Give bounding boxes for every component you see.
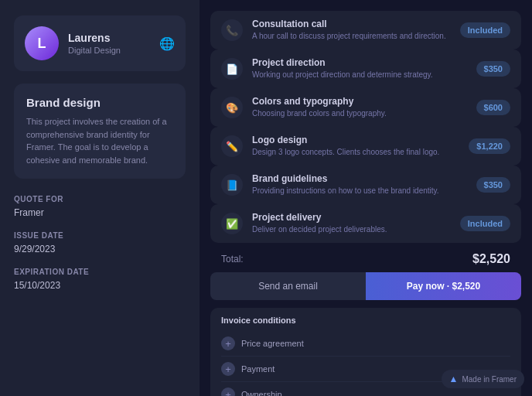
line-item-project-direction: 📄 Project direction Working out project … (210, 50, 521, 88)
line-item-colors-typography: 🎨 Colors and typography Choosing brand c… (210, 88, 521, 127)
line-item-title: Logo design (252, 135, 459, 145)
line-item-badge: $350 (476, 61, 510, 77)
condition-item[interactable]: + Price agreement (221, 331, 510, 356)
total-amount: $2,520 (472, 252, 510, 266)
line-item-icon: ✅ (221, 213, 243, 234)
condition-label: Price agreement (241, 339, 304, 348)
quote-for-label: Quote for (14, 195, 63, 203)
line-item-logo-design: ✏️ Logo design Design 3 logo concepts. C… (210, 127, 521, 166)
globe-icon[interactable]: 🌐 (159, 36, 175, 51)
send-email-button[interactable]: Send an email (210, 272, 366, 300)
framer-logo-icon: ▲ (449, 374, 459, 384)
profile-name: Laurens (68, 32, 150, 44)
expiration-date-label: Expiration date (14, 268, 89, 276)
line-item-icon: 📘 (221, 174, 243, 196)
right-panel: 📞 Consultation call A hour call to discu… (200, 0, 532, 396)
line-item-badge: $1,220 (469, 138, 510, 154)
condition-label: Payment (241, 364, 275, 374)
line-item-title: Project delivery (252, 212, 451, 223)
line-item-desc: Providing instructions on how to use the… (252, 186, 467, 196)
line-item-project-delivery: ✅ Project delivery Deliver on decided pr… (210, 204, 521, 243)
line-item-badge: $600 (476, 100, 510, 115)
line-item-brand-guidelines: 📘 Brand guidelines Providing instruction… (210, 166, 521, 204)
conditions-title: Invoice conditions (221, 316, 510, 325)
line-item-badge: Included (460, 22, 510, 38)
total-label: Total: (221, 254, 244, 265)
framer-badge: ▲ Made in Framer (442, 370, 524, 388)
condition-expand-icon: + (221, 336, 235, 350)
line-item-title: Brand guidelines (252, 173, 467, 184)
total-row: Total: $2,520 (210, 248, 521, 268)
line-item-icon: 🎨 (221, 97, 243, 118)
profile-info: Laurens Digital Design (68, 32, 150, 55)
line-item-title: Consultation call (252, 19, 451, 29)
line-item-title: Project direction (252, 57, 467, 68)
condition-expand-icon: + (221, 387, 235, 396)
line-item-desc: Design 3 logo concepts. Clients chooses … (252, 147, 459, 158)
condition-expand-icon: + (221, 362, 235, 376)
expiration-date-value: 15/10/2023 (14, 280, 186, 291)
condition-label: Ownership (241, 390, 282, 396)
line-item-content: Project direction Working out project di… (252, 57, 467, 80)
line-item-consultation: 📞 Consultation call A hour call to discu… (210, 11, 521, 50)
issue-date-value: 9/29/2023 (14, 244, 186, 254)
line-item-badge: Included (460, 216, 510, 231)
line-item-content: Consultation call A hour call to discuss… (252, 19, 451, 42)
line-items-container: 📞 Consultation call A hour call to discu… (210, 11, 521, 243)
line-item-badge: $350 (476, 177, 510, 193)
avatar: L (25, 26, 59, 60)
line-item-content: Logo design Design 3 logo concepts. Clie… (252, 135, 459, 158)
line-item-icon: 📞 (221, 19, 243, 41)
line-item-desc: Working out project direction and determ… (252, 70, 467, 80)
quote-for-item: Quote for Framer (14, 191, 186, 218)
line-item-title: Colors and typography (252, 96, 467, 107)
pay-now-button[interactable]: Pay now · $2,520 (366, 272, 521, 300)
profile-role: Digital Design (68, 46, 150, 55)
quote-for-value: Framer (14, 207, 186, 218)
profile-card: L Laurens Digital Design 🌐 (14, 15, 186, 71)
project-title: Brand design (26, 96, 173, 109)
line-item-content: Brand guidelines Providing instructions … (252, 173, 467, 196)
action-row: Send an email Pay now · $2,520 (210, 272, 521, 300)
issue-date-label: Issue date (14, 231, 63, 240)
expiration-date-item: Expiration date 15/10/2023 (14, 264, 186, 291)
left-panel: L Laurens Digital Design 🌐 Brand design … (0, 0, 200, 396)
project-description: Brand design This project involves the c… (14, 84, 186, 179)
line-item-content: Project delivery Deliver on decided proj… (252, 212, 451, 235)
line-item-icon: ✏️ (221, 135, 243, 157)
line-item-desc: Deliver on decided project deliverables. (252, 224, 451, 235)
line-item-icon: 📄 (221, 58, 243, 80)
line-item-content: Colors and typography Choosing brand col… (252, 96, 467, 119)
framer-badge-text: Made in Framer (462, 375, 517, 384)
line-item-desc: A hour call to discuss project requireme… (252, 31, 451, 42)
issue-date-item: Issue date 9/29/2023 (14, 227, 186, 254)
meta-section: Quote for Framer Issue date 9/29/2023 Ex… (14, 191, 186, 291)
line-item-desc: Choosing brand colors and typography. (252, 108, 467, 119)
project-text: This project involves the creation of a … (26, 115, 173, 166)
